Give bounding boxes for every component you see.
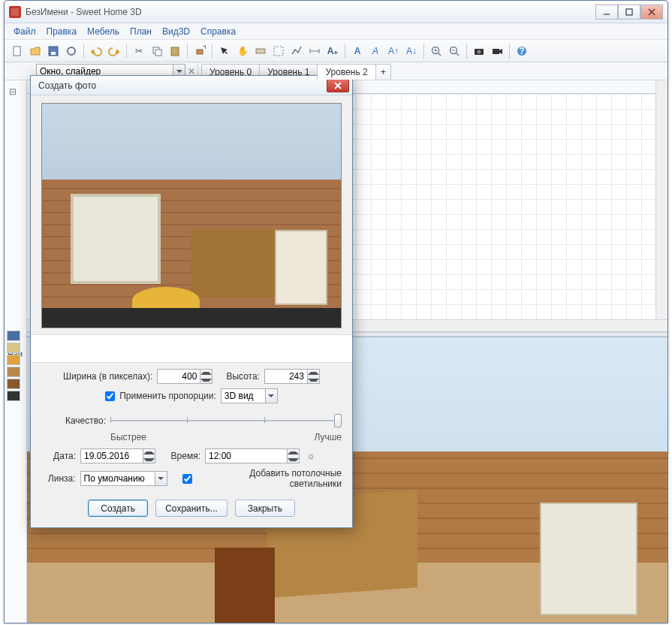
text-size-down-icon[interactable]: A↓	[403, 43, 420, 59]
aspect-combo-dropdown[interactable]	[266, 388, 278, 403]
lens-combo-input[interactable]	[80, 471, 155, 486]
svg-rect-1	[626, 9, 632, 15]
window-title: БезИмени - Sweet Home 3D	[26, 7, 595, 17]
thumb-item[interactable]	[7, 391, 20, 401]
lens-combo-dropdown[interactable]	[155, 471, 167, 486]
tab-add-level[interactable]: +	[375, 64, 391, 80]
date-input[interactable]	[80, 448, 143, 463]
dialog-close-button[interactable]	[327, 79, 349, 92]
menu-plan[interactable]: План	[125, 25, 156, 38]
close-button[interactable]	[640, 5, 663, 20]
text-tool-icon[interactable]: A₊	[324, 43, 341, 59]
svg-rect-14	[274, 47, 283, 56]
pan-tool-icon[interactable]: ✋	[234, 43, 251, 59]
spinner-up-icon[interactable]	[143, 449, 155, 456]
height-spinner[interactable]	[264, 369, 320, 384]
text-size-up-icon[interactable]: A↑	[385, 43, 402, 59]
help-icon[interactable]: ?	[514, 43, 530, 59]
aspect-checkbox[interactable]	[105, 391, 115, 401]
minimize-button[interactable]	[595, 5, 618, 20]
height-input[interactable]	[264, 369, 308, 384]
polyline-tool-icon[interactable]	[288, 43, 305, 59]
thumb-item[interactable]	[7, 355, 20, 365]
titlebar[interactable]: БезИмени - Sweet Home 3D	[5, 1, 667, 23]
spinner-up-icon[interactable]	[308, 370, 319, 376]
spinner-up-icon[interactable]	[200, 370, 212, 376]
photo-icon[interactable]	[471, 43, 487, 59]
spinner-down-icon[interactable]	[308, 376, 319, 383]
quality-slider[interactable]	[110, 414, 342, 427]
width-label: Ширина (в пикселах):	[63, 371, 152, 382]
width-input[interactable]	[157, 369, 200, 384]
menu-bar: Файл Правка Мебель План Вид3D Справка	[5, 23, 667, 40]
menu-edit[interactable]: Правка	[42, 25, 82, 38]
aspect-combo-input[interactable]	[221, 388, 266, 403]
thumb-item[interactable]	[7, 367, 20, 377]
menu-file[interactable]: Файл	[9, 25, 41, 38]
date-label: Дата:	[41, 451, 76, 461]
text-italic-icon[interactable]: A	[367, 43, 384, 59]
spinner-down-icon[interactable]	[143, 456, 155, 463]
svg-text:?: ?	[519, 46, 524, 56]
ceiling-lights-label: Добавить потолочные светильники	[197, 468, 342, 489]
photo-preview	[41, 103, 342, 328]
menu-furniture[interactable]: Мебель	[83, 25, 124, 38]
create-button[interactable]: Создать	[88, 500, 148, 517]
new-icon[interactable]	[9, 43, 26, 59]
svg-text:+: +	[203, 45, 206, 52]
video-icon[interactable]	[489, 43, 505, 59]
wall-tool-icon[interactable]	[252, 43, 269, 59]
daylight-icon[interactable]: ☼	[304, 449, 318, 463]
aspect-label: Применить пропорции:	[119, 391, 216, 401]
zoom-out-icon[interactable]	[446, 43, 463, 59]
menu-view3d[interactable]: Вид3D	[158, 25, 194, 38]
undo-icon[interactable]	[88, 43, 104, 59]
time-input[interactable]	[205, 448, 288, 463]
svg-rect-11	[197, 50, 203, 54]
aspect-combo[interactable]	[221, 388, 278, 403]
create-photo-dialog: Создать фото Ширина (в пикселах): Высота…	[30, 75, 353, 528]
cut-icon[interactable]: ✂	[131, 43, 147, 59]
width-spinner[interactable]	[157, 369, 212, 384]
menu-help[interactable]: Справка	[196, 25, 240, 38]
copy-icon[interactable]	[149, 43, 165, 59]
open-icon[interactable]	[27, 43, 44, 59]
quality-label: Качество:	[41, 415, 106, 426]
chair-3d	[215, 548, 275, 623]
svg-rect-13	[256, 49, 265, 53]
spinner-down-icon[interactable]	[200, 376, 212, 383]
furniture-thumbnails	[5, 331, 23, 401]
maximize-button[interactable]	[618, 5, 640, 20]
select-tool-icon[interactable]	[216, 43, 233, 59]
thumb-item[interactable]	[7, 331, 20, 341]
room-tool-icon[interactable]	[270, 43, 287, 59]
dimension-tool-icon[interactable]	[306, 43, 323, 59]
svg-point-7	[68, 47, 75, 55]
dialog-titlebar[interactable]: Создать фото	[31, 76, 352, 95]
date-spinner[interactable]	[80, 448, 155, 463]
close-dialog-button[interactable]: Закрыть	[235, 500, 295, 517]
time-spinner[interactable]	[205, 448, 300, 463]
thumb-item[interactable]	[7, 343, 20, 353]
spinner-down-icon[interactable]	[288, 456, 299, 463]
height-label: Высота:	[226, 371, 260, 382]
toolbar: ✂ + ✋ A₊ A A A↑ A↓ ?	[5, 40, 667, 62]
plan-scrollbar-vertical[interactable]	[655, 80, 667, 319]
thumb-item[interactable]	[7, 379, 20, 389]
spinner-up-icon[interactable]	[288, 449, 299, 456]
paste-icon[interactable]	[167, 43, 183, 59]
text-bold-icon[interactable]: A	[349, 43, 366, 59]
preferences-icon[interactable]	[63, 43, 80, 59]
svg-rect-27	[493, 49, 499, 54]
redo-icon[interactable]	[106, 43, 122, 59]
slider-thumb[interactable]	[334, 414, 342, 427]
save-icon[interactable]	[45, 43, 62, 59]
tab-level-2[interactable]: Уровень 2	[317, 64, 375, 80]
lens-label: Линза:	[41, 473, 76, 484]
tree-collapse-icon[interactable]: ⊟	[5, 80, 26, 103]
lens-combo[interactable]	[80, 471, 167, 486]
zoom-in-icon[interactable]	[428, 43, 444, 59]
add-furniture-icon[interactable]: +	[191, 43, 208, 59]
ceiling-lights-checkbox[interactable]	[182, 474, 192, 484]
save-button[interactable]: Сохранить...	[155, 500, 228, 517]
